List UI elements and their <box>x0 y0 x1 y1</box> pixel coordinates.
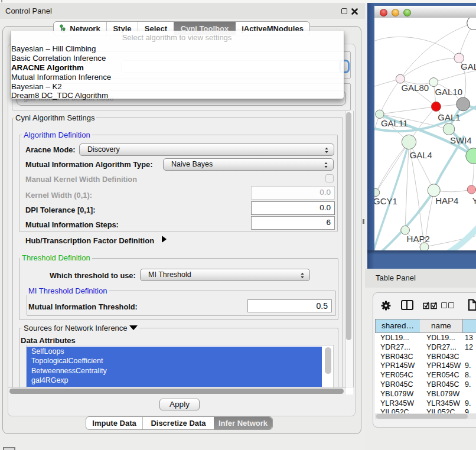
svg-text:HAP4: HAP4 <box>435 195 458 206</box>
svg-text:HAP2: HAP2 <box>407 234 430 244</box>
svg-text:Y: Y <box>472 195 476 206</box>
svg-text:GAL10: GAL10 <box>435 87 462 97</box>
svg-text:SWI4: SWI4 <box>450 135 472 145</box>
svg-text:GCY1: GCY1 <box>374 196 397 206</box>
svg-text:GAL80: GAL80 <box>401 83 429 93</box>
svg-text:GAL: GAL <box>461 61 476 71</box>
svg-text:GAL11: GAL11 <box>381 118 408 128</box>
svg-text:GAL1: GAL1 <box>438 112 460 122</box>
svg-text:GAL4: GAL4 <box>410 150 432 160</box>
